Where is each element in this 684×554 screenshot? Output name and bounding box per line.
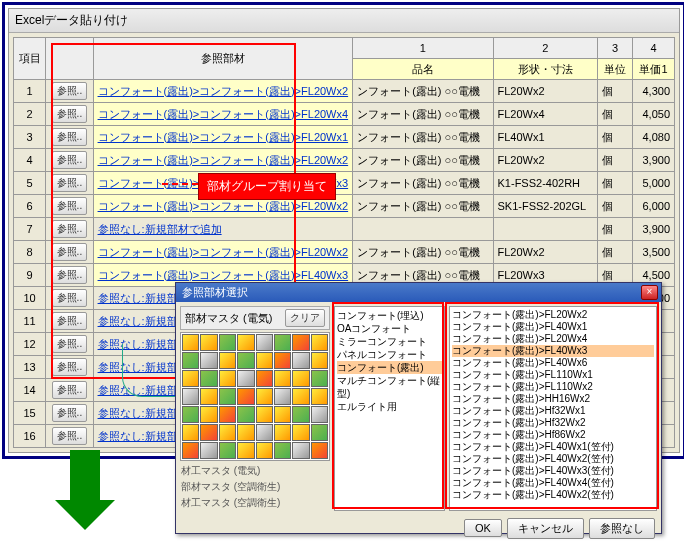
palette-icon[interactable] [292, 388, 309, 405]
palette-icon[interactable] [237, 334, 254, 351]
palette-icon[interactable] [292, 334, 309, 351]
palette-icon[interactable] [237, 406, 254, 423]
cell-dim: FL40Wx1 [493, 126, 598, 149]
palette-icon[interactable] [311, 352, 328, 369]
palette-icon[interactable] [274, 370, 291, 387]
palette-icon[interactable] [292, 370, 309, 387]
palette-icon[interactable] [237, 352, 254, 369]
palette-icon[interactable] [274, 406, 291, 423]
cell-price: 4,050 [632, 103, 674, 126]
palette-icon[interactable] [219, 406, 236, 423]
row-num: 4 [14, 149, 46, 172]
palette-icon[interactable] [200, 442, 217, 459]
palette-icon[interactable] [200, 460, 217, 461]
palette-icon[interactable] [182, 352, 199, 369]
palette-icon[interactable] [200, 388, 217, 405]
cell-dim: FL20Wx2 [493, 241, 598, 264]
clear-button[interactable]: クリア [285, 309, 325, 327]
palette-icon[interactable] [274, 334, 291, 351]
palette-icon[interactable] [182, 370, 199, 387]
cell-dim: FL20Wx2 [493, 80, 598, 103]
palette-icon[interactable] [219, 334, 236, 351]
palette-icon[interactable] [219, 388, 236, 405]
col-1: 1 [353, 38, 493, 59]
palette-icon[interactable] [311, 334, 328, 351]
cell-unit: 個 [598, 103, 633, 126]
cell-unit: 個 [598, 241, 633, 264]
palette-icon[interactable] [274, 352, 291, 369]
ok-button[interactable]: OK [464, 519, 502, 537]
palette-icon[interactable] [311, 370, 328, 387]
palette-icon[interactable] [256, 406, 273, 423]
noref-button[interactable]: 参照なし [589, 518, 655, 539]
palette-icon[interactable] [237, 442, 254, 459]
palette-icon[interactable] [311, 442, 328, 459]
palette-icon[interactable] [200, 424, 217, 441]
palette-icon[interactable] [182, 406, 199, 423]
palette-icon[interactable] [292, 460, 309, 461]
cell-dim: FL20Wx4 [493, 103, 598, 126]
master-foot-item[interactable]: 材工マスタ (空調衛生) [180, 495, 330, 511]
palette-icon[interactable] [292, 442, 309, 459]
palette-icon[interactable] [256, 460, 273, 461]
palette-icon[interactable] [274, 424, 291, 441]
row-num: 9 [14, 264, 46, 287]
palette-icon[interactable] [219, 424, 236, 441]
palette-icon[interactable] [182, 442, 199, 459]
ref-button[interactable]: 参照.. [52, 427, 88, 445]
palette-icon[interactable] [311, 460, 328, 461]
palette-icon[interactable] [182, 334, 199, 351]
palette-icon[interactable] [256, 424, 273, 441]
master-foot: 材工マスタ (電気)部材マスタ (空調衛生)材工マスタ (空調衛生) [180, 463, 330, 511]
palette-icon[interactable] [200, 334, 217, 351]
palette-icon[interactable] [200, 352, 217, 369]
dashed-line [162, 183, 198, 185]
cancel-button[interactable]: キャンセル [507, 518, 584, 539]
palette-icon[interactable] [311, 388, 328, 405]
row-num: 5 [14, 172, 46, 195]
cell-name: ンフォート(露出) ○○電機 [353, 80, 493, 103]
palette-icon[interactable] [292, 406, 309, 423]
palette-icon[interactable] [256, 352, 273, 369]
cell-unit: 個 [598, 149, 633, 172]
palette-icon[interactable] [219, 442, 236, 459]
palette-icon[interactable] [200, 370, 217, 387]
col-dim: 形状・寸法 [493, 59, 598, 80]
cell-price: 3,900 [632, 218, 674, 241]
palette-icon[interactable] [256, 388, 273, 405]
palette-icon[interactable] [292, 352, 309, 369]
palette-icon[interactable] [274, 460, 291, 461]
palette-icon[interactable] [237, 370, 254, 387]
palette-icon[interactable] [219, 370, 236, 387]
palette-icon[interactable] [256, 442, 273, 459]
palette-icon[interactable] [274, 442, 291, 459]
row-num: 3 [14, 126, 46, 149]
palette-icon[interactable] [219, 460, 236, 461]
palette-icon[interactable] [274, 388, 291, 405]
palette-icon[interactable] [237, 460, 254, 461]
ref-button[interactable]: 参照.. [52, 381, 88, 399]
cell-name: ンフォート(露出) ○○電機 [353, 172, 493, 195]
palette-icon[interactable] [182, 460, 199, 461]
palette-icon[interactable] [256, 334, 273, 351]
master-foot-item[interactable]: 材工マスタ (電気) [180, 463, 330, 479]
palette-icon[interactable] [219, 352, 236, 369]
close-icon[interactable]: × [641, 285, 658, 300]
palette-icon[interactable] [256, 370, 273, 387]
cell-name: ンフォート(露出) ○○電機 [353, 149, 493, 172]
palette-icon[interactable] [182, 388, 199, 405]
cell-name: ンフォート(露出) ○○電機 [353, 195, 493, 218]
window-title: Excelデータ貼り付け [9, 9, 679, 33]
callout-group-assign: 部材グループ割り当て [198, 173, 336, 200]
palette-icon[interactable] [311, 424, 328, 441]
col-item: 項目 [14, 38, 46, 80]
palette-icon[interactable] [237, 388, 254, 405]
master-foot-item[interactable]: 部材マスタ (空調衛生) [180, 479, 330, 495]
ref-button[interactable]: 参照.. [52, 404, 88, 422]
palette-icon[interactable] [292, 424, 309, 441]
icon-palette[interactable] [180, 332, 330, 461]
palette-icon[interactable] [200, 406, 217, 423]
palette-icon[interactable] [237, 424, 254, 441]
palette-icon[interactable] [311, 406, 328, 423]
palette-icon[interactable] [182, 424, 199, 441]
